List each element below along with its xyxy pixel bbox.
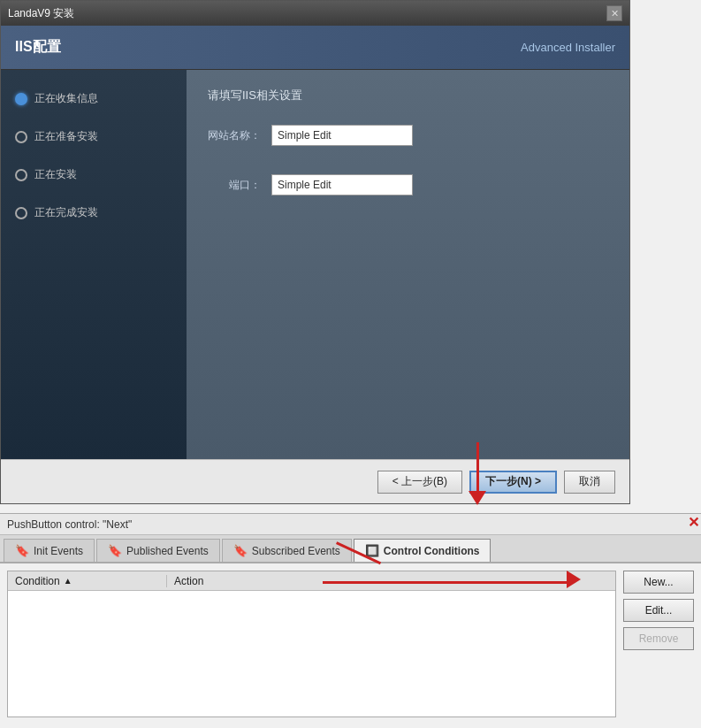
- remove-button[interactable]: Remove: [623, 627, 694, 650]
- table-body: [8, 591, 615, 717]
- bottom-panel: PushButton control: "Next" 🔖 Init Events…: [0, 513, 701, 728]
- init-events-icon: 🔖: [15, 544, 29, 557]
- col-condition-label: Condition: [15, 575, 60, 587]
- col-condition: Condition ▲: [8, 575, 167, 587]
- main-subtitle: 请填写IIS相关设置: [208, 88, 608, 103]
- conditions-table: Condition ▲ Action: [7, 571, 616, 717]
- tab-init-events[interactable]: 🔖 Init Events: [4, 539, 95, 562]
- subscribed-events-icon: 🔖: [233, 544, 248, 557]
- sidebar-label-0: 正在收集信息: [34, 91, 98, 106]
- tab-subscribed-events[interactable]: 🔖 Subscribed Events: [222, 539, 352, 562]
- edit-button[interactable]: Edit...: [623, 599, 694, 622]
- arrow-down-1: [469, 442, 486, 505]
- installer-footer: < 上一步(B) 下一步(N) > 取消: [1, 459, 629, 503]
- tab-published-label: Published Events: [126, 545, 209, 557]
- new-button[interactable]: New...: [623, 571, 694, 594]
- form-row-0: 网站名称：: [208, 125, 608, 146]
- sidebar: 正在收集信息 正在准备安装 正在安装 正在完成安装: [1, 70, 187, 459]
- back-button[interactable]: < 上一步(B): [377, 471, 462, 494]
- radio-preparing: [15, 131, 27, 143]
- sidebar-item-3: 正在完成安装: [1, 202, 187, 224]
- panel-title-bar: PushButton control: "Next": [0, 514, 701, 535]
- sidebar-item-0: 正在收集信息: [1, 88, 187, 110]
- header-title-left: IIS配置: [15, 38, 61, 57]
- label-port: 端口：: [208, 178, 261, 193]
- sidebar-label-3: 正在完成安装: [34, 205, 98, 220]
- header-title-right: Advanced Installer: [521, 41, 615, 54]
- sidebar-label-1: 正在准备安装: [34, 129, 98, 144]
- panel-close-button[interactable]: ✕: [688, 514, 699, 531]
- tab-subscribed-label: Subscribed Events: [252, 545, 340, 557]
- sidebar-item-1: 正在准备安装: [1, 126, 187, 148]
- close-button[interactable]: ✕: [606, 5, 622, 21]
- installer-window: LandaV9 安装 ✕ IIS配置 Advanced Installer 正在…: [0, 0, 630, 504]
- label-website-name: 网站名称：: [208, 128, 261, 143]
- main-content: 请填写IIS相关设置 网站名称： 端口：: [187, 70, 629, 459]
- tab-published-events[interactable]: 🔖 Published Events: [96, 539, 220, 562]
- radio-installing: [15, 169, 27, 181]
- tab-init-label: Init Events: [34, 545, 83, 557]
- installer-body: 正在收集信息 正在准备安装 正在安装 正在完成安装 请填写IIS相关设置 网站名…: [1, 70, 629, 459]
- input-port[interactable]: [271, 174, 413, 195]
- radio-collecting: [15, 93, 27, 105]
- cancel-button[interactable]: 取消: [564, 471, 615, 494]
- sidebar-item-2: 正在安装: [1, 164, 187, 186]
- col-action-label: Action: [174, 575, 203, 587]
- sort-icon: ▲: [64, 576, 72, 586]
- panel-title-text: PushButton control: "Next": [7, 518, 132, 531]
- radio-finishing: [15, 207, 27, 219]
- form-row-1: 端口：: [208, 174, 608, 195]
- sidebar-label-2: 正在安装: [34, 167, 77, 182]
- installer-header: IIS配置 Advanced Installer: [1, 26, 629, 70]
- side-buttons: New... Edit... Remove: [623, 571, 694, 717]
- window-title: LandaV9 安装: [8, 6, 606, 21]
- published-events-icon: 🔖: [108, 544, 122, 557]
- input-website-name[interactable]: [271, 125, 413, 146]
- panel-content: Condition ▲ Action New... Edit... Remove: [0, 563, 701, 724]
- title-bar: LandaV9 安装 ✕: [1, 1, 629, 26]
- tab-conditions-label: Control Conditions: [384, 545, 480, 557]
